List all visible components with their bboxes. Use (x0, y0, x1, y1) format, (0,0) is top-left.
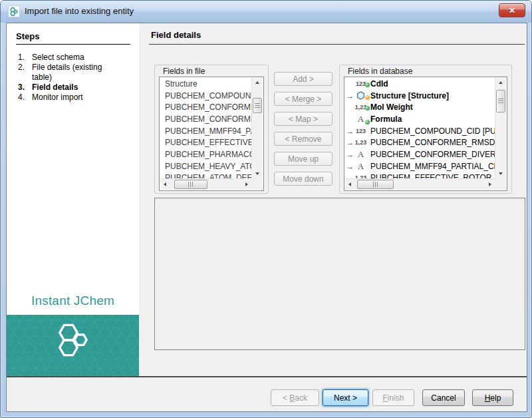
button-label-pre: < (283, 393, 289, 403)
scroll-down-icon[interactable] (495, 168, 506, 178)
app-logo-icon (8, 5, 20, 17)
step-number: 2. (15, 63, 32, 83)
horizontal-scrollbar[interactable] (160, 178, 251, 190)
transfer-button-label: < Map > (289, 114, 318, 124)
list-item[interactable]: → 123 PUBCHEM_COMPOUND_CID [PUBCHEM_COMP… (345, 125, 495, 137)
move-down-button[interactable]: Move down (274, 172, 332, 186)
add-button[interactable]: Add > (274, 72, 332, 86)
scrollbar-corner (495, 178, 506, 190)
field-label: CdId (370, 79, 388, 89)
brand-logo-block (7, 315, 139, 376)
list-item[interactable]: 123 CdId (345, 78, 495, 90)
titlebar[interactable]: Import file into existing entity ✕ (1, 1, 531, 23)
scrollbar-thumb[interactable] (174, 180, 207, 189)
step-number: 1. (15, 53, 32, 63)
list-item[interactable]: PUBCHEM_CONFORMER_RMSD (160, 101, 251, 113)
list-item[interactable]: PUBCHEM_MMFF94_PARTIAL_CHARGES (160, 125, 251, 137)
finish-button[interactable]: Finish (372, 389, 414, 406)
list-item[interactable]: PUBCHEM_CONFORMER_DIVERSEORDER (160, 113, 251, 125)
integer-type-icon: 123 (353, 81, 368, 87)
list-item[interactable]: → A PUBCHEM_CONFORMER_DIVERSEORDER [PUBC… (345, 148, 495, 160)
scroll-down-icon[interactable] (252, 168, 263, 178)
list-item[interactable]: → 1,23 PUBCHEM_CONFORMER_RMSD [PUBCHEM_C… (345, 136, 495, 148)
back-button[interactable]: < Back (271, 389, 319, 406)
next-button[interactable]: Next > (323, 389, 368, 406)
transfer-button-label: Move down (283, 174, 323, 184)
decimal-type-icon: 1,23 (353, 139, 368, 146)
mapped-arrow-icon: → (346, 127, 353, 135)
transfer-button-label: < Merge > (285, 95, 322, 104)
fields-in-file-group: Fields in file Structure PUBCHEM_COMPOUN… (154, 65, 269, 194)
scrollbar-thumb[interactable] (496, 90, 505, 112)
fields-in-file-rows: Structure PUBCHEM_COMPOUND_CID PUBCHEM_C… (160, 78, 251, 178)
list-item[interactable]: A Formula (345, 113, 495, 125)
decimal-type-icon: 1,23 (353, 104, 368, 110)
wizard-button-bar: < Back Next > Finish Cancel Help (7, 377, 527, 411)
mapped-arrow-icon: → (346, 92, 353, 100)
list-item[interactable]: 1,23 Mol Weight (345, 101, 495, 113)
map-button[interactable]: < Map > (274, 112, 332, 126)
transfer-button-label: Move up (288, 154, 319, 164)
list-item[interactable]: → Structure [Structure] (345, 90, 495, 102)
field-label: PUBCHEM_EFFECTIVE_ROTOR_COUNT (165, 138, 251, 147)
list-item[interactable]: → A PUBCHEM_MMFF94_PARTIAL_CHARGES [PUBC… (345, 160, 495, 172)
step-label: Select schema (32, 53, 120, 63)
fields-in-file-label: Fields in file (163, 67, 205, 76)
list-item[interactable]: PUBCHEM_ATOM_DEF_STEREO_COUNT (160, 172, 251, 179)
field-label: PUBCHEM_COMPOUND_CID [PUBCHEM_COMPOUND_C… (370, 126, 495, 136)
vertical-scrollbar[interactable] (495, 78, 506, 178)
field-label: PUBCHEM_CONFORMER_DIVERSEORDER [PUBCHEM_… (370, 150, 495, 159)
field-label: PUBCHEM_CONFORMER_RMSD (165, 103, 251, 112)
fields-in-database-group: Fields in database 123 CdId → Structure … (339, 65, 512, 194)
step-item: 4. Monitor import (15, 93, 134, 103)
field-label: PUBCHEM_PHARMACOPHORE_FEATURES (165, 150, 251, 159)
structure-type-icon (353, 91, 368, 100)
close-icon: ✕ (509, 6, 515, 15)
scroll-right-icon[interactable] (241, 179, 251, 190)
step-label: File details (existing table) (32, 63, 120, 83)
move-up-button[interactable]: Move up (274, 152, 332, 166)
close-button[interactable]: ✕ (499, 3, 525, 17)
scrollbar-thumb[interactable] (253, 98, 262, 113)
hexagons-icon (9, 7, 19, 16)
field-label: PUBCHEM_COMPOUND_CID (165, 91, 251, 101)
text-type-icon: A (353, 161, 368, 172)
vertical-scrollbar[interactable] (251, 78, 263, 178)
step-item: 3. Field details (15, 83, 134, 93)
button-label-pre: Next > (334, 393, 357, 403)
step-number: 4. (15, 93, 32, 103)
list-item[interactable]: PUBCHEM_PHARMACOPHORE_FEATURES (160, 148, 251, 160)
list-item[interactable]: PUBCHEM_HEAVY_ATOM_COUNT (160, 160, 251, 172)
button-accel: F (382, 393, 387, 403)
import-wizard-window: Import file into existing entity ✕ Steps… (0, 0, 532, 418)
remove-button[interactable]: < Remove (274, 132, 332, 146)
mapped-arrow-icon: → (346, 174, 353, 178)
horizontal-scrollbar[interactable] (345, 178, 495, 190)
merge-button[interactable]: < Merge > (274, 92, 332, 106)
field-detail-panel (154, 198, 525, 350)
help-button[interactable]: Help (472, 389, 513, 406)
field-label: PUBCHEM_ATOM_DEF_STEREO_COUNT (165, 173, 251, 178)
scroll-right-icon[interactable] (485, 179, 495, 190)
scroll-left-icon[interactable] (345, 179, 355, 190)
scroll-up-icon[interactable] (252, 78, 263, 88)
scroll-left-icon[interactable] (160, 179, 170, 190)
step-label: Monitor import (32, 93, 120, 103)
wizard-content-panel: Field details Fields in file Structure P… (139, 23, 527, 376)
list-item[interactable]: Structure (160, 78, 251, 90)
fields-in-database-list[interactable]: 123 CdId → Structure [Structure] 1,23 Mo… (344, 77, 507, 191)
brand-text: Instant JChem (7, 294, 139, 310)
transfer-button-label: Add > (293, 75, 314, 84)
cancel-button[interactable]: Cancel (422, 389, 465, 406)
scroll-up-icon[interactable] (495, 78, 506, 88)
hexagons-logo-icon (57, 323, 89, 357)
green-status-dot-icon (365, 106, 370, 110)
scrollbar-thumb[interactable] (357, 180, 394, 189)
field-label: Formula (370, 114, 402, 124)
field-label: Structure [Structure] (370, 91, 449, 101)
list-item[interactable]: PUBCHEM_COMPOUND_CID (160, 90, 251, 102)
scrollbar-corner (251, 178, 263, 190)
fields-in-file-list[interactable]: Structure PUBCHEM_COMPOUND_CID PUBCHEM_C… (159, 77, 264, 191)
list-item[interactable]: → 1,23 PUBCHEM_EFFECTIVE_ROTOR_COUNT [PU… (345, 172, 495, 179)
list-item[interactable]: PUBCHEM_EFFECTIVE_ROTOR_COUNT (160, 136, 251, 148)
